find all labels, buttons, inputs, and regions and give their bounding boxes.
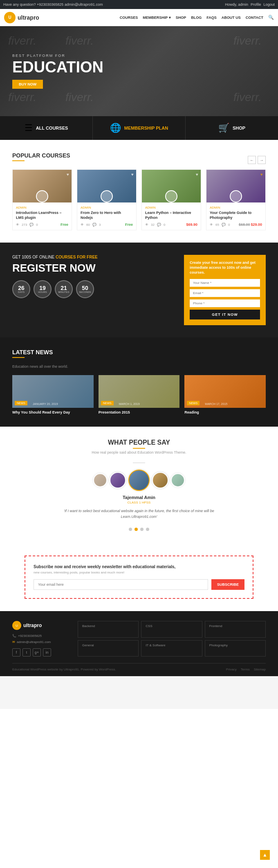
footer-terms-link[interactable]: Terms [241,668,250,671]
course-card-2[interactable]: ♥ Admin From Zero to Hero with Nodejs 👁 … [77,169,137,230]
register-submit-button[interactable]: GET IT NOW [190,310,260,319]
register-title: REGISTER NOW [12,262,176,274]
news-date-1: JANUARY 20, 2019 [33,403,58,405]
newsletter-form: SUBSCRIBE [34,579,244,590]
linkedin-icon[interactable]: in [43,648,51,657]
footer-privacy-link[interactable]: Privacy [226,668,237,671]
nav-contact[interactable]: CONTACT [246,16,263,20]
nav-membership[interactable]: MEMBERSHIP ▾ [143,16,170,20]
avatar-right-small[interactable] [171,473,185,487]
views-icon-2: 👁 [81,223,84,227]
news-tag-1: NEWS [15,401,27,405]
feature-membership[interactable]: 🌐 MEMBERSHIP PLAN [93,116,186,140]
countdown-minutes-label: MINUTES [58,291,70,293]
nav-about[interactable]: ABOUT US [222,16,241,20]
news-title-2: Presentation 2015 [99,410,180,415]
course-name-2: From Zero to Hero with Nodejs [81,211,133,220]
footer-link-photography[interactable]: Photography [205,640,266,657]
testimonials-underline [133,448,145,449]
next-arrow[interactable]: → [258,156,266,164]
testimonial-dot-4[interactable] [146,528,149,531]
news-title-3: Reading [184,410,266,415]
search-icon[interactable]: 🔍 [268,15,274,20]
avatar-left-small[interactable] [93,473,107,487]
footer-link-general[interactable]: General [78,640,139,657]
admin-profile-link[interactable]: Profile [251,2,261,7]
footer-link-itsoftware[interactable]: IT & Software [141,640,202,657]
admin-greeting: Howdy, admin [225,2,248,7]
course-author-2: Admin [81,206,133,209]
footer-links: Backend CSS Frontend General IT & Softwa… [78,621,266,657]
googleplus-icon[interactable]: g+ [33,648,41,657]
course-avatar-2 [101,190,113,202]
footer-link-backend[interactable]: Backend [78,621,139,637]
feature-shop[interactable]: 🛒 SHOP [186,116,278,140]
course-card-4[interactable]: ♥ Admin Your Complete Guide to Photograp… [206,169,266,230]
courses-title-wrap: POPULAR COURSES [12,152,70,168]
views-icon-3: 👁 [145,223,148,227]
register-email-input[interactable] [190,289,260,297]
footer-sitemap-link[interactable]: Sitemap [254,668,266,671]
course-img-3: ♥ [142,170,201,202]
countdown-minutes-num: 21 [61,285,67,291]
testimonial-dot-2[interactable] [135,528,138,531]
prev-arrow[interactable]: ← [248,156,256,164]
course-meta-4: 👁 65 💬 0 $68.00$29.00 [210,223,262,227]
footer-copyright: Educational WordPress website by Ultrapr… [12,668,116,671]
nav-shop[interactable]: SHOP [176,16,186,20]
nav-faqs[interactable]: FAQS [206,16,217,20]
nav-courses[interactable]: COURSES [120,16,138,20]
course-price-2: Free [125,223,133,227]
footer-logo[interactable]: U ultrapro [12,621,70,630]
logo[interactable]: U ultrapro [4,12,39,23]
testimonial-dot-3[interactable] [140,528,143,531]
avatar-main[interactable] [128,470,150,491]
course-card-3[interactable]: ♥ Admin Learn Python – Interactive Pytho… [141,169,201,230]
admin-logout-link[interactable]: Logout [263,2,275,7]
nav-blog[interactable]: BLOG [191,16,202,20]
register-name-input[interactable] [190,279,260,287]
avatar-right[interactable] [152,472,168,488]
testimonial-dot-1[interactable] [129,528,132,531]
feature-all-courses[interactable]: ☰ ALL COURSES [0,116,93,140]
register-form: Create your free account now and get imm… [184,255,266,325]
news-card-2[interactable]: NEWS MARCH 1, 2019 Presentation 2015 [99,375,180,415]
buy-now-button[interactable]: BUY NOW [12,80,43,89]
countdown-hours: 19 HOURS [34,280,52,298]
logo-icon: U [4,12,16,23]
newsletter-subscribe-button[interactable]: SUBSCRIBE [211,579,244,590]
course-meta-2: 👁 60 💬 3 Free [81,223,133,227]
course-avatar-4 [230,190,242,202]
watermark-5: fiverr. [65,91,94,104]
heart-icon-4: ♥ [260,172,263,177]
register-phone-input[interactable] [190,299,260,307]
facebook-icon[interactable]: f [12,648,20,657]
countdown: 26 DAYS 19 HOURS 21 MINUTES 50 SECONDS [12,280,176,298]
footer-bottom-links: Privacy Terms Sitemap [226,668,266,671]
news-img-1: NEWS JANUARY 20, 2019 [12,375,94,408]
watermark-6: fiverr. [233,91,262,104]
news-card-1[interactable]: NEWS JANUARY 20, 2019 Why You Should Rea… [12,375,94,415]
course-card-1[interactable]: ♥ Admin Introduction LearnPress – LMS pl… [12,169,72,230]
heart-icon-2: ♥ [131,172,134,177]
testimonials-divider [133,463,145,463]
avatar-left[interactable] [110,472,126,488]
footer-link-css[interactable]: CSS [141,621,202,637]
news-card-3[interactable]: NEWS MARCH 17, 2015 Reading [184,375,266,415]
footer-contact: 📞+923030365825 ✉admin@ultrapro91.com [12,633,70,645]
main-nav: COURSES MEMBERSHIP ▾ SHOP BLOG FAQS ABOU… [120,15,274,20]
twitter-icon[interactable]: t [22,648,31,657]
footer-link-frontend[interactable]: Frontend [205,621,266,637]
news-tag-2: NEWS [101,401,114,405]
membership-icon: 🌐 [110,123,121,133]
newsletter-email-input[interactable] [34,579,208,590]
footer-logo-text: ultrapro [23,623,42,628]
course-author-3: Admin [145,206,197,209]
views-count-4: 65 [215,223,219,227]
comments-icon-2: 💬 [92,223,96,227]
course-author-4: Admin [210,206,262,209]
course-stats-2: 👁 60 💬 3 [81,223,101,227]
shop-icon: 🛒 [218,123,229,133]
top-nav: U ultrapro COURSES MEMBERSHIP ▾ SHOP BLO… [0,9,278,26]
courses-nav: ← → [248,156,266,164]
